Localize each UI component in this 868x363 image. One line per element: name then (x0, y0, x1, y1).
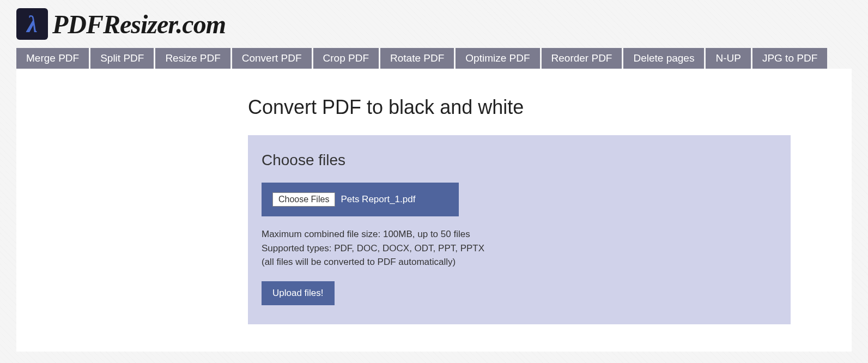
choose-files-button[interactable]: Choose Files (272, 192, 335, 207)
info-supported-types: Supported types: PDF, DOC, DOCX, ODT, PP… (262, 241, 777, 256)
logo-icon: λ (16, 8, 48, 40)
nav-split-pdf[interactable]: Split PDF (90, 48, 154, 69)
nav-resize-pdf[interactable]: Resize PDF (155, 48, 230, 69)
nav-optimize-pdf[interactable]: Optimize PDF (456, 48, 539, 69)
nav-crop-pdf[interactable]: Crop PDF (313, 48, 379, 69)
info-max-size: Maximum combined file size: 100MB, up to… (262, 227, 777, 241)
logo[interactable]: λ PDFResizer.com (16, 8, 852, 40)
nav-delete-pages[interactable]: Delete pages (623, 48, 704, 69)
panel-title: Choose files (262, 152, 777, 169)
upload-files-button[interactable]: Upload files! (262, 281, 335, 305)
info-conversion-note: (all files will be converted to PDF auto… (262, 255, 777, 269)
logo-lambda-icon: λ (27, 10, 38, 38)
nav-rotate-pdf[interactable]: Rotate PDF (380, 48, 454, 69)
nav-bar: Merge PDF Split PDF Resize PDF Convert P… (0, 48, 868, 69)
upload-info-text: Maximum combined file size: 100MB, up to… (262, 227, 777, 269)
page-title: Convert PDF to black and white (248, 96, 793, 119)
content-inner: Convert PDF to black and white Choose fi… (248, 96, 793, 324)
nav-jpg-to-pdf[interactable]: JPG to PDF (752, 48, 827, 69)
header: λ PDFResizer.com (0, 0, 868, 45)
nav-reorder-pdf[interactable]: Reorder PDF (542, 48, 622, 69)
selected-file-name: Pets Report_1.pdf (341, 194, 415, 205)
file-select-wrapper[interactable]: Choose Files Pets Report_1.pdf (262, 183, 459, 216)
nav-n-up[interactable]: N-UP (706, 48, 750, 69)
content-area: Convert PDF to black and white Choose fi… (16, 69, 852, 352)
upload-panel: Choose files Choose Files Pets Report_1.… (248, 135, 791, 324)
nav-merge-pdf[interactable]: Merge PDF (16, 48, 89, 69)
nav-convert-pdf[interactable]: Convert PDF (232, 48, 312, 69)
logo-text: PDFResizer.com (52, 9, 226, 39)
